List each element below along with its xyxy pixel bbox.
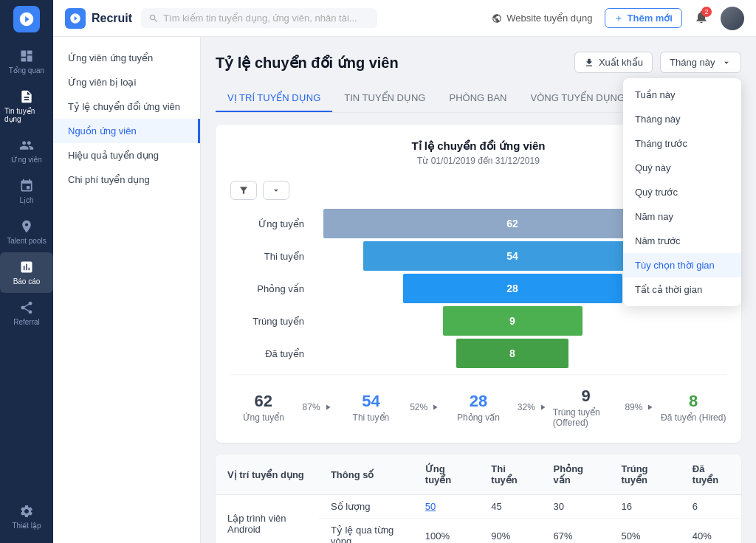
sub-sidebar: Ứng viên ứng tuyển Ứng viên bị loại Tỷ l…	[53, 37, 201, 543]
metric-cell: Số lượng	[319, 495, 413, 519]
funnel-label: Phỏng vấn	[245, 283, 304, 294]
sidebar-item-tong-quan[interactable]: Tổng quan	[0, 41, 53, 82]
sidebar-item-ung-vien[interactable]: Ứng viên	[0, 131, 53, 171]
dropdown-item-tuan-nay[interactable]: Tuần này	[623, 83, 741, 107]
stat-arrow: 52%	[410, 402, 439, 412]
stat-arrow: 89%	[625, 402, 654, 412]
export-icon	[584, 58, 594, 68]
topnav-right: Website tuyển dụng Thêm mới 2	[492, 7, 744, 30]
th-thong-so: Thông số	[319, 454, 413, 495]
stat-value: 9	[581, 387, 590, 406]
sub-sidebar-hieu-qua-tuyen-dung[interactable]: Hiệu quả tuyển dụng	[53, 143, 200, 167]
tab-tin-tuyen-dung[interactable]: TIN TUYỂN DỤNG	[332, 85, 437, 112]
website-btn[interactable]: Website tuyển dụng	[492, 13, 592, 24]
app-name: Recruit	[92, 12, 132, 25]
stats-row: 62 Ứng tuyển87% 54 Thi tuyển52% 28 Phỏng…	[230, 374, 726, 428]
th-da-tuyen: Đã tuyển	[681, 454, 741, 495]
stat-item: 54 Thi tuyển	[338, 392, 405, 423]
sub-sidebar-ung-vien-ung-tuyen[interactable]: Ứng viên ứng tuyển	[53, 46, 200, 70]
stat-value: 28	[470, 392, 487, 411]
arrow-right-icon	[430, 403, 439, 412]
stat-item: 62 Ứng tuyển	[230, 392, 297, 423]
table-card: Vị trí tuyển dụng Thông số Ứng tuyển Thi…	[216, 454, 741, 543]
funnel-label: Đã tuyển	[245, 348, 304, 359]
stat-item: 8 Đã tuyển (Hired)	[660, 392, 726, 423]
da-tuyen-cell: 40%	[681, 519, 741, 544]
arrow-pct: 32%	[518, 402, 535, 412]
dropdown-item-nam-truoc[interactable]: Năm trước	[623, 229, 741, 253]
user-avatar[interactable]	[721, 7, 744, 30]
chevron-down-icon	[721, 58, 732, 68]
add-btn[interactable]: Thêm mới	[605, 8, 682, 28]
sidebar-label-tong-quan: Tổng quan	[9, 66, 44, 75]
table-row: Lập trình viên Android Số lượng 50 45 30…	[216, 495, 741, 519]
tab-phong-ban[interactable]: PHÒNG BAN	[437, 85, 518, 112]
notification-btn[interactable]: 2	[694, 10, 709, 27]
sidebar: Tổng quan Tin tuyển dụng Ứng viên Lịch T…	[0, 0, 53, 543]
ung-tuyen-cell: 100%	[413, 519, 480, 544]
link-value[interactable]: 50	[425, 501, 436, 512]
stat-arrow: 87%	[303, 402, 332, 412]
th-phong-van: Phỏng vấn	[542, 454, 610, 495]
th-thi-tuyen: Thi tuyển	[479, 454, 541, 495]
thi-tuyen-cell: 45	[479, 495, 541, 519]
filter-button[interactable]	[230, 181, 257, 200]
notification-badge: 2	[701, 7, 712, 17]
funnel-bar: 54	[363, 241, 662, 271]
funnel-label: Trúng tuyển	[245, 316, 304, 327]
stat-label: Trúng tuyển (Offered)	[553, 407, 619, 428]
stat-arrow: 32%	[518, 402, 547, 412]
position-cell: Lập trình viên Android	[216, 495, 319, 544]
dropdown-item-thang-nay[interactable]: Tháng này	[623, 107, 741, 131]
sidebar-item-tin-tuyen-dung[interactable]: Tin tuyển dụng	[0, 82, 53, 131]
sidebar-item-lich[interactable]: Lịch	[0, 171, 53, 212]
sidebar-item-bao-cao[interactable]: Báo cáo	[0, 252, 53, 293]
dropdown-item-quy-nay[interactable]: Quý này	[623, 156, 741, 180]
arrow-right-icon	[645, 403, 654, 412]
page-header: Tỷ lệ chuyển đổi ứng viên Xuất khẩu Thán…	[216, 52, 741, 73]
th-ung-tuyen: Ứng tuyển	[413, 454, 480, 495]
funnel-row: Đã tuyển 8	[245, 339, 712, 368]
phong-van-cell: 67%	[542, 519, 610, 544]
tab-vi-tri-tuyen-dung[interactable]: VỊ TRÍ TUYỂN DỤNG	[216, 85, 332, 112]
funnel-bar-wrap: 8	[313, 339, 712, 368]
sidebar-label-lich: Lịch	[19, 196, 33, 204]
sidebar-label-tin-tuyen-dung: Tin tuyển dụng	[4, 107, 49, 123]
dropdown-item-thang-truoc[interactable]: Tháng trước	[623, 131, 741, 156]
funnel-row: Trúng tuyển 9	[245, 306, 712, 336]
sub-sidebar-chi-phi-tuyen-dung[interactable]: Chi phí tuyển dụng	[53, 167, 200, 192]
export-label: Xuất khẩu	[599, 57, 643, 68]
sidebar-label-thiet-lap: Thiết lập	[12, 522, 41, 530]
funnel-label: Thi tuyển	[245, 251, 304, 262]
sidebar-label-talent-pools: Talent pools	[7, 237, 46, 245]
tab-vong-tuyen-dung[interactable]: VÒNG TUYỂN DỤNG	[519, 85, 637, 112]
plus-icon	[614, 14, 623, 23]
export-button[interactable]: Xuất khẩu	[574, 52, 653, 73]
dropdown-filter-button[interactable]	[263, 181, 289, 200]
stat-value: 8	[689, 392, 698, 411]
period-label: Tháng này	[670, 57, 715, 68]
sub-sidebar-ty-le-chuyen-doi[interactable]: Tỷ lệ chuyển đổi ứng viên	[53, 94, 200, 119]
sidebar-item-talent-pools[interactable]: Talent pools	[0, 212, 53, 252]
stat-item: 9 Trúng tuyển (Offered)	[553, 387, 619, 428]
period-select[interactable]: Tháng này	[660, 52, 741, 73]
dropdown-item-quy-truoc[interactable]: Quý trước	[623, 180, 741, 204]
arrow-right-icon	[323, 403, 332, 412]
search-placeholder: Tìm kiếm tin tuyển dụng, ứng viên, nhân …	[163, 13, 357, 24]
dropdown-item-nam-nay[interactable]: Năm nay	[623, 204, 741, 229]
dropdown-item-tuy-chon-thoi-gian[interactable]: Tùy chọn thời gian	[623, 253, 741, 277]
trung-tuyen-cell: 50%	[609, 519, 680, 544]
da-tuyen-cell: 6	[681, 495, 741, 519]
period-dropdown: Tuần nàyTháng nàyTháng trướcQuý nàyQuý t…	[623, 78, 741, 306]
sub-sidebar-nguon-ung-vien[interactable]: Nguồn ứng viên	[53, 119, 200, 143]
app-logo	[13, 6, 40, 32]
sub-sidebar-ung-vien-bi-loai[interactable]: Ứng viên bị loại	[53, 70, 200, 94]
sidebar-item-referral[interactable]: Referral	[0, 293, 53, 333]
sidebar-item-thiet-lap[interactable]: Thiết lập	[0, 497, 53, 537]
avatar-image	[721, 7, 744, 30]
arrow-right-icon	[538, 403, 547, 412]
dropdown-item-tat-ca-thoi-gian[interactable]: Tất cả thời gian	[623, 277, 741, 302]
arrow-pct: 52%	[410, 402, 427, 412]
th-trung-tuyen: Trúng tuyển	[609, 454, 680, 495]
search-bar[interactable]: Tìm kiếm tin tuyển dụng, ứng viên, nhân …	[141, 8, 377, 28]
